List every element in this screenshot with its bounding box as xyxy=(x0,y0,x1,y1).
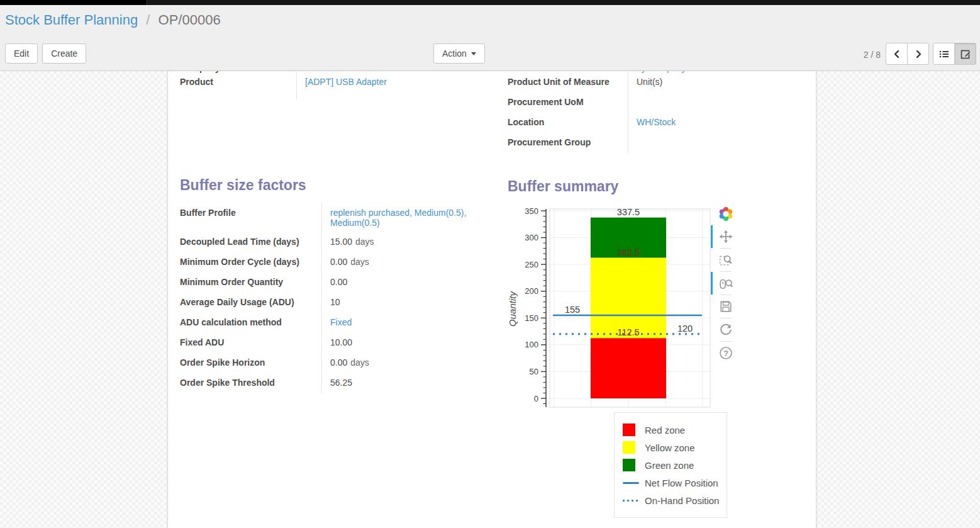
legend-item: On-Hand Position xyxy=(623,491,723,509)
field-value xyxy=(628,133,803,153)
field-value-text: 10.00 xyxy=(330,337,352,347)
field-value-link[interactable]: replenish purchased, Medium(0.5), Medium… xyxy=(330,208,466,228)
legend-item: Red zone xyxy=(623,421,723,439)
svg-text:0: 0 xyxy=(534,394,538,403)
chart-plot-area[interactable]: 050100150200250300350337.5262.5155112.51… xyxy=(508,197,721,414)
view-switcher-list-button[interactable] xyxy=(933,43,955,65)
active-tool-indicator xyxy=(711,225,713,248)
legend-label: Yellow zone xyxy=(645,442,695,453)
form-view-icon xyxy=(960,48,971,60)
field-row: Minimum Order Quantity0.00 xyxy=(180,272,483,293)
svg-text:300: 300 xyxy=(525,233,538,242)
field-row: Fixed ADU10.00 xyxy=(180,333,483,353)
toolbar-separator xyxy=(720,341,732,342)
field-label: Procurement Group xyxy=(508,133,628,153)
field-value: 0.00 xyxy=(321,272,483,293)
svg-text:112.5: 112.5 xyxy=(617,327,639,337)
pan-icon[interactable] xyxy=(719,230,733,244)
legend-label: On-Hand Position xyxy=(645,495,719,506)
svg-text:155: 155 xyxy=(565,305,580,315)
chart-legend: Red zoneYellow zoneGreen zoneNet Flow Po… xyxy=(614,412,727,518)
legend-label: Green zone xyxy=(645,460,694,471)
bokeh-logo-icon[interactable] xyxy=(718,206,734,222)
breadcrumb-current: OP/00006 xyxy=(159,12,221,28)
field-value-text: 0.00 xyxy=(330,257,347,267)
edit-button[interactable]: Edit xyxy=(5,43,38,64)
section-title-buffer-size-factors: Buffer size factors xyxy=(180,177,306,194)
legend-item: Green zone xyxy=(623,456,723,474)
field-unit: days xyxy=(350,257,369,267)
toolbar-separator xyxy=(720,318,732,318)
field-value: Fixed xyxy=(321,313,483,333)
chart-toolbar: ? xyxy=(715,206,737,362)
legend-sample xyxy=(623,482,639,484)
svg-text:200: 200 xyxy=(525,286,538,296)
field-label: Procurement UoM xyxy=(508,93,628,113)
field-value: replenish purchased, Medium(0.5), Medium… xyxy=(321,203,483,232)
field-value: 0.00days xyxy=(321,353,483,373)
field-label: Order Spike Horizon xyxy=(180,353,321,373)
field-unit: days xyxy=(350,357,369,368)
field-label: ADU calculation method xyxy=(180,313,321,333)
field-row: Procurement Group xyxy=(508,133,803,153)
product-fields-group: Product[ADPT] USB Adapter xyxy=(180,72,487,99)
reset-icon[interactable] xyxy=(719,323,733,337)
field-value: 56.25 xyxy=(321,373,483,393)
chevron-left-icon xyxy=(892,49,902,59)
app-top-bar xyxy=(0,0,980,5)
legend-label: Net Flow Position xyxy=(645,478,718,488)
field-row: Average Daily Usage (ADU)10 xyxy=(180,293,483,313)
breadcrumb: Stock Buffer Planning / OP/00006 xyxy=(5,12,221,28)
help-icon[interactable]: ? xyxy=(719,346,733,360)
field-label: Product Unit of Measure xyxy=(508,72,628,93)
field-row: ADU calculation methodFixed xyxy=(180,313,483,333)
field-label: Buffer Profile xyxy=(180,203,321,232)
pager-next-button[interactable] xyxy=(907,43,929,65)
buffer-factors-fields-group: Buffer Profilereplenish purchased, Mediu… xyxy=(180,203,483,393)
field-value-link[interactable]: Fixed xyxy=(330,317,352,327)
view-switcher-form-button[interactable] xyxy=(954,43,976,65)
field-value xyxy=(628,93,803,113)
list-view-icon xyxy=(938,48,950,60)
field-label: Minimum Order Cycle (days) xyxy=(180,252,321,272)
box-zoom-icon[interactable] xyxy=(719,253,733,267)
action-dropdown-button[interactable]: Action xyxy=(433,43,485,64)
field-label: Product xyxy=(180,72,296,99)
field-value-link[interactable]: [ADPT] USB Adapter xyxy=(305,77,387,87)
breadcrumb-parent-link[interactable]: Stock Buffer Planning xyxy=(5,12,138,28)
breadcrumb-separator: / xyxy=(146,12,150,28)
save-icon[interactable] xyxy=(719,300,733,313)
svg-text:350: 350 xyxy=(525,206,538,216)
field-unit: days xyxy=(355,237,374,247)
legend-item: Net Flow Position xyxy=(623,474,723,491)
field-value: Unit(s) xyxy=(628,72,803,93)
measure-location-fields-group: Product Unit of MeasureUnit(s)Procuremen… xyxy=(508,72,803,153)
app-menu-active-segment xyxy=(0,0,147,5)
field-value-text: Unit(s) xyxy=(637,77,662,87)
form-sheet: Company My Company Product[ADPT] USB Ada… xyxy=(167,71,816,528)
create-button[interactable]: Create xyxy=(42,43,86,64)
field-label: Fixed ADU xyxy=(180,333,321,353)
field-value-text: 10 xyxy=(330,297,340,307)
toolbar-separator xyxy=(720,271,732,272)
svg-text:?: ? xyxy=(723,349,728,358)
action-label: Action xyxy=(442,48,467,59)
field-label: Order Spike Threshold xyxy=(180,373,321,393)
field-label: Location xyxy=(508,113,628,133)
active-tool-indicator xyxy=(711,272,713,295)
field-row: Minimum Order Cycle (days)0.00days xyxy=(180,252,483,272)
field-row: LocationWH/Stock xyxy=(508,113,803,133)
section-title-buffer-summary: Buffer summary xyxy=(508,178,618,195)
svg-text:Quantity: Quantity xyxy=(508,291,518,327)
wheel-zoom-icon[interactable] xyxy=(719,276,733,290)
field-value-link[interactable]: WH/Stock xyxy=(637,117,676,127)
toolbar-separator xyxy=(720,248,732,249)
field-value-text: 0.00 xyxy=(330,357,347,368)
svg-text:250: 250 xyxy=(525,260,538,269)
field-row: Product[ADPT] USB Adapter xyxy=(180,72,487,99)
field-label: Minimum Order Quantity xyxy=(180,272,321,293)
field-value: 0.00days xyxy=(321,252,483,272)
svg-text:150: 150 xyxy=(525,313,538,323)
pager-previous-button[interactable] xyxy=(886,43,908,65)
field-value-text: 15.00 xyxy=(330,237,352,247)
